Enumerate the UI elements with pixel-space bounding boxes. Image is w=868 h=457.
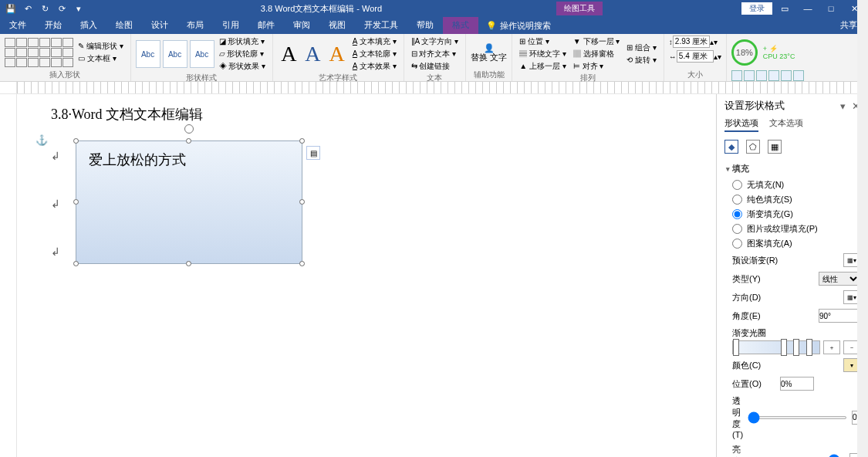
perf-badge[interactable]: 18% bbox=[731, 39, 758, 66]
position-input[interactable] bbox=[780, 377, 814, 391]
rotate-button[interactable]: ⟲ 旋转 ▾ bbox=[624, 54, 659, 66]
align-button[interactable]: ⊨ 对齐 ▾ bbox=[571, 60, 622, 73]
edit-shape-button[interactable]: ✎ 编辑形状 ▾ bbox=[76, 40, 126, 52]
resize-handle[interactable] bbox=[73, 261, 79, 266]
cpu-label: CPU 23°C bbox=[763, 52, 795, 60]
gradient-stops-bar[interactable] bbox=[732, 340, 820, 354]
tab-layout[interactable]: 布局 bbox=[177, 17, 213, 34]
position-button[interactable]: ⊞ 位置 ▾ bbox=[517, 36, 569, 48]
ribbon-tabs: 文件 开始 插入 绘图 设计 布局 引用 邮件 审阅 视图 开发工具 帮助 格式… bbox=[0, 17, 868, 34]
send-backward-button[interactable]: ▼ 下移一层 ▾ bbox=[571, 36, 622, 48]
selection-pane-button[interactable]: ▥ 选择窗格 bbox=[571, 48, 622, 60]
save-icon[interactable]: 💾 bbox=[3, 2, 19, 15]
pane-tab-text[interactable]: 文本选项 bbox=[769, 117, 803, 132]
direction-label: 方向(D) bbox=[732, 292, 761, 303]
layout-options-button[interactable]: ▤ bbox=[306, 146, 320, 160]
document-title: 3.8 Word文档文本框编辑 - Word bbox=[86, 3, 556, 15]
create-link-button[interactable]: ⇆ 创建链接 bbox=[409, 60, 461, 73]
text-outline-button[interactable]: A 文本轮廓 ▾ bbox=[350, 48, 399, 60]
tell-me[interactable]: 💡 操作说明搜索 bbox=[478, 17, 559, 34]
tab-insert[interactable]: 插入 bbox=[71, 17, 106, 34]
selected-textbox[interactable]: 爱上放松的方式 ▤ bbox=[76, 140, 302, 264]
resize-handle[interactable] bbox=[73, 138, 79, 144]
undo-icon[interactable]: ↶ bbox=[20, 2, 35, 15]
text-fill-button[interactable]: A 文本填充 ▾ bbox=[350, 36, 399, 48]
fill-line-icon[interactable]: ◆ bbox=[724, 140, 738, 154]
resize-handle[interactable] bbox=[186, 138, 191, 144]
angle-label: 角度(E) bbox=[732, 310, 761, 322]
paragraph-mark: ↲ bbox=[51, 150, 60, 162]
resize-handle[interactable] bbox=[299, 138, 305, 144]
text-effects-button[interactable]: A 文本效果 ▾ bbox=[350, 60, 399, 73]
redo-icon[interactable]: ↻ bbox=[37, 2, 52, 15]
tab-developer[interactable]: 开发工具 bbox=[355, 17, 407, 34]
tab-references[interactable]: 引用 bbox=[213, 17, 248, 34]
text-direction-button[interactable]: ‖A 文字方向 ▾ bbox=[409, 36, 461, 48]
shapes-gallery[interactable] bbox=[5, 38, 73, 67]
rotate-handle[interactable] bbox=[184, 124, 194, 134]
bring-forward-button[interactable]: ▲ 上移一层 ▾ bbox=[517, 60, 569, 73]
wordart-1[interactable]: A bbox=[278, 42, 299, 66]
fill-picture-radio[interactable]: 图片或纹理填充(P) bbox=[726, 222, 860, 236]
effects-icon[interactable]: ⬠ bbox=[746, 140, 760, 154]
alt-text-button[interactable]: 👤替换 文字 bbox=[471, 43, 507, 62]
width-input[interactable]: ↔ ▴▾ bbox=[669, 50, 721, 63]
wordart-2[interactable]: A bbox=[302, 42, 323, 66]
textbox-text[interactable]: 爱上放松的方式 bbox=[76, 141, 302, 178]
tell-me-label: 操作说明搜索 bbox=[500, 20, 551, 32]
shape-effects-button[interactable]: ◈ 形状效果 ▾ bbox=[217, 60, 269, 73]
angle-input[interactable] bbox=[819, 309, 860, 323]
document-canvas[interactable]: 3.8·Word 文档文本框编辑 ⚓ ↲ ↲ ↲ 爱上放松的方式 ▤ bbox=[17, 94, 716, 457]
resize-handle[interactable] bbox=[186, 261, 191, 266]
overlay-tools[interactable] bbox=[731, 70, 804, 81]
title-bar: 💾 ↶ ↻ ⟳ ▾ 3.8 Word文档文本框编辑 - Word 绘图工具 登录… bbox=[0, 0, 868, 17]
ribbon-options-icon[interactable]: ▭ bbox=[774, 2, 795, 15]
fill-pattern-radio[interactable]: 图案填充(A) bbox=[726, 236, 860, 251]
qat-more-icon[interactable]: ▾ bbox=[71, 2, 86, 15]
fill-gradient-radio[interactable]: 渐变填充(G) bbox=[726, 207, 860, 222]
signin-button[interactable]: 登录 bbox=[741, 2, 772, 15]
minimize-icon[interactable]: — bbox=[797, 2, 819, 15]
transparency-slider[interactable] bbox=[748, 416, 847, 419]
shape-style-3[interactable]: Abc bbox=[190, 40, 214, 68]
tab-help[interactable]: 帮助 bbox=[407, 17, 443, 34]
layout-icon[interactable]: ▦ bbox=[768, 140, 782, 154]
refresh-icon[interactable]: ⟳ bbox=[54, 2, 69, 15]
tab-file[interactable]: 文件 bbox=[0, 17, 35, 34]
pane-title: 设置形状格式 bbox=[724, 99, 785, 113]
horizontal-ruler[interactable] bbox=[0, 82, 868, 94]
pane-menu-icon[interactable]: ▾ bbox=[840, 100, 846, 112]
tab-review[interactable]: 审阅 bbox=[284, 17, 319, 34]
tab-home[interactable]: 开始 bbox=[35, 17, 71, 34]
group-insert-shapes: ✎ 编辑形状 ▾ ▭ 文本框 ▾ 插入形状 bbox=[0, 34, 131, 81]
gradient-type-select[interactable]: 线性 bbox=[819, 272, 860, 286]
resize-handle[interactable] bbox=[73, 199, 79, 205]
tab-view[interactable]: 视图 bbox=[319, 17, 355, 34]
contextual-tab-label: 绘图工具 bbox=[556, 2, 603, 15]
tab-format[interactable]: 格式 bbox=[443, 17, 478, 34]
textbox-button[interactable]: ▭ 文本框 ▾ bbox=[76, 52, 126, 65]
fill-none-radio[interactable]: 无填充(N) bbox=[726, 178, 860, 192]
pane-tab-shape[interactable]: 形状选项 bbox=[724, 117, 758, 132]
maximize-icon[interactable]: □ bbox=[820, 2, 842, 15]
wrap-text-button[interactable]: ▤ 环绕文字 ▾ bbox=[517, 48, 569, 60]
section-fill[interactable]: 填充 bbox=[726, 160, 860, 178]
shape-outline-button[interactable]: ▱ 形状轮廓 ▾ bbox=[217, 48, 269, 60]
vertical-ruler[interactable] bbox=[0, 94, 17, 457]
pane-body: 填充 无填充(N) 纯色填充(S) 渐变填充(G) 图片或纹理填充(P) 图案填… bbox=[717, 160, 868, 457]
add-stop-button[interactable]: ＋ bbox=[823, 340, 840, 354]
shape-fill-button[interactable]: ◪ 形状填充 ▾ bbox=[217, 36, 269, 48]
group-button[interactable]: ⊞ 组合 ▾ bbox=[624, 42, 659, 54]
tab-design[interactable]: 设计 bbox=[142, 17, 177, 34]
wordart-3[interactable]: A bbox=[326, 42, 348, 66]
shape-style-1[interactable]: Abc bbox=[136, 40, 160, 68]
shape-style-2[interactable]: Abc bbox=[163, 40, 187, 68]
height-input[interactable]: ↕ ▴▾ bbox=[669, 36, 718, 48]
pane-scrollbar[interactable] bbox=[857, 160, 868, 457]
fill-solid-radio[interactable]: 纯色填充(S) bbox=[726, 192, 860, 207]
resize-handle[interactable] bbox=[299, 261, 305, 266]
tab-draw[interactable]: 绘图 bbox=[106, 17, 142, 34]
tab-mailings[interactable]: 邮件 bbox=[248, 17, 284, 34]
resize-handle[interactable] bbox=[299, 199, 305, 205]
align-text-button[interactable]: ⊟ 对齐文本 ▾ bbox=[409, 48, 461, 60]
